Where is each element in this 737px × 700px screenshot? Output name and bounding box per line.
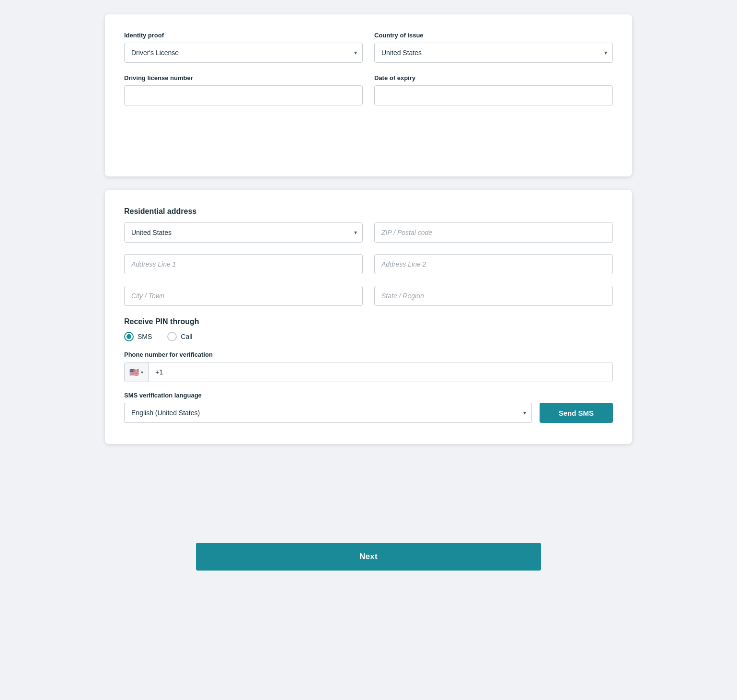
call-radio-option[interactable]: Call — [167, 332, 192, 341]
residential-address-card: Residential address United States United… — [105, 190, 632, 444]
address-line1-group — [124, 254, 363, 274]
send-sms-button[interactable]: Send SMS — [540, 403, 613, 423]
sms-language-row: SMS verification language English (Unite… — [124, 392, 613, 423]
bottom-spacer — [105, 457, 632, 525]
address-line2-group — [374, 254, 613, 274]
sms-language-group: SMS verification language English (Unite… — [124, 392, 532, 423]
pin-radio-group: SMS Call — [124, 332, 613, 341]
call-radio-input[interactable] — [167, 332, 177, 341]
phone-input-wrapper: 🇺🇸 ▾ — [124, 362, 613, 382]
next-button-wrapper: Next — [105, 543, 632, 571]
country-select-wrapper: United States United Kingdom Canada Aust… — [124, 222, 363, 243]
driving-license-number-group: Driving license number — [124, 74, 363, 105]
country-select[interactable]: United States United Kingdom Canada Aust… — [124, 222, 363, 243]
country-of-issue-select-wrapper: United States United Kingdom Canada Aust… — [374, 43, 613, 63]
state-region-input[interactable] — [374, 286, 613, 306]
zip-code-input[interactable] — [374, 222, 613, 243]
address-line2-input[interactable] — [374, 254, 613, 274]
pin-section: Receive PIN through SMS Call — [124, 317, 613, 341]
phone-section: Phone number for verification 🇺🇸 ▾ — [124, 351, 613, 382]
identity-proof-select[interactable]: Driver's License Passport National ID Re… — [124, 43, 363, 63]
sms-radio-input[interactable] — [124, 332, 134, 341]
driving-license-number-label: Driving license number — [124, 74, 363, 82]
phone-verification-label: Phone number for verification — [124, 351, 613, 358]
phone-country-chevron-icon: ▾ — [141, 370, 143, 375]
country-of-issue-label: Country of issue — [374, 32, 613, 39]
sms-radio-label: SMS — [138, 333, 152, 340]
identity-proof-group: Identity proof Driver's License Passport… — [124, 32, 363, 63]
next-button[interactable]: Next — [196, 543, 541, 571]
sms-language-select-wrapper: English (United States) Spanish French G… — [124, 403, 532, 423]
sms-language-label: SMS verification language — [124, 392, 532, 399]
state-region-group — [374, 286, 613, 306]
identity-proof-label: Identity proof — [124, 32, 363, 39]
date-of-expiry-input[interactable] — [374, 85, 613, 105]
sms-language-select[interactable]: English (United States) Spanish French G… — [124, 403, 532, 423]
country-of-issue-group: Country of issue United States United Ki… — [374, 32, 613, 63]
address-line1-input[interactable] — [124, 254, 363, 274]
identity-proof-select-wrapper: Driver's License Passport National ID Re… — [124, 43, 363, 63]
city-town-group — [124, 286, 363, 306]
sms-radio-option[interactable]: SMS — [124, 332, 152, 341]
date-of-expiry-group: Date of expiry — [374, 74, 613, 105]
zip-code-group — [374, 222, 613, 243]
receive-pin-title: Receive PIN through — [124, 317, 613, 326]
residential-address-title: Residential address — [124, 207, 613, 216]
phone-country-selector[interactable]: 🇺🇸 ▾ — [125, 362, 149, 382]
phone-number-input[interactable] — [149, 362, 612, 382]
us-flag-icon: 🇺🇸 — [129, 368, 139, 377]
call-radio-label: Call — [181, 333, 192, 340]
country-of-issue-select[interactable]: United States United Kingdom Canada Aust… — [374, 43, 613, 63]
country-select-group: United States United Kingdom Canada Aust… — [124, 222, 363, 243]
driving-license-number-input[interactable] — [124, 85, 363, 105]
date-of-expiry-label: Date of expiry — [374, 74, 613, 82]
city-town-input[interactable] — [124, 286, 363, 306]
identity-proof-card: Identity proof Driver's License Passport… — [105, 14, 632, 176]
